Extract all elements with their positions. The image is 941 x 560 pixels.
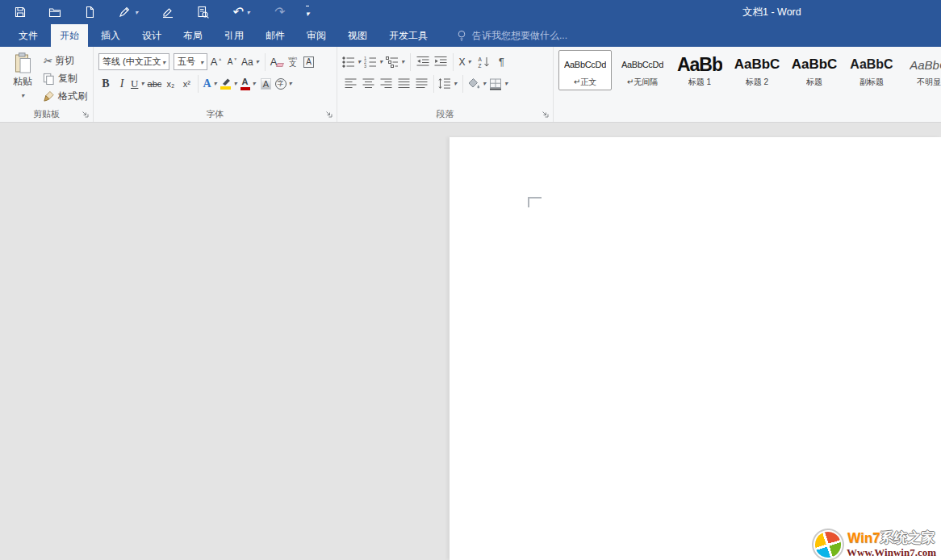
- tell-me-box[interactable]: 告诉我您想要做什么...: [457, 24, 567, 47]
- tab-home[interactable]: 开始: [51, 24, 88, 47]
- tab-review[interactable]: 审阅: [298, 24, 335, 47]
- style-card-subtle-emphasis[interactable]: AaBbC 不明显: [902, 50, 941, 90]
- marker-icon: [161, 6, 174, 19]
- chevron-down-icon: [399, 56, 406, 68]
- phonetic-char: 文: [289, 61, 296, 68]
- tab-layout[interactable]: 布局: [174, 24, 211, 47]
- superscript-button[interactable]: x²: [179, 75, 194, 92]
- align-left-button[interactable]: [342, 75, 358, 92]
- save-button[interactable]: [14, 6, 27, 19]
- chevron-down-icon: [251, 78, 257, 90]
- sort-icon: AZ: [478, 56, 490, 69]
- tab-design[interactable]: 设计: [133, 24, 170, 47]
- align-center-button[interactable]: [360, 75, 376, 92]
- tab-developer[interactable]: 开发工具: [380, 24, 437, 47]
- paragraph-dialog-launcher[interactable]: [541, 109, 550, 119]
- text-highlight-button[interactable]: [220, 75, 239, 92]
- character-shading-button[interactable]: A: [259, 75, 274, 92]
- tab-insert[interactable]: 插入: [92, 24, 129, 47]
- line-spacing-icon: [438, 77, 451, 90]
- phonetic-guide-button[interactable]: wén 文: [286, 53, 300, 70]
- dialog-launcher-icon: [324, 110, 332, 118]
- enclose-character-glyph: 字: [275, 78, 286, 90]
- text-effects-button[interactable]: A: [203, 75, 218, 92]
- style-name: 不明显: [917, 77, 941, 87]
- asian-layout-button[interactable]: X: [458, 53, 474, 70]
- customize-qat-button[interactable]: [306, 6, 310, 19]
- dialog-launcher-icon: [541, 110, 549, 118]
- redo-button[interactable]: [273, 6, 283, 19]
- show-hide-marks-button[interactable]: [493, 53, 509, 70]
- font-color-button[interactable]: A: [240, 75, 257, 92]
- chevron-down-icon: [133, 6, 140, 18]
- document-page[interactable]: [450, 137, 941, 560]
- distribute-icon: [416, 78, 428, 89]
- style-card-no-spacing[interactable]: AaBbCcDd ↵无间隔: [616, 50, 669, 90]
- tab-references[interactable]: 引用: [215, 24, 253, 47]
- print-preview-button[interactable]: [196, 6, 210, 19]
- shrink-font-button[interactable]: A: [225, 53, 240, 70]
- justify-button[interactable]: [395, 75, 412, 92]
- new-document-button[interactable]: [83, 6, 96, 19]
- change-case-button[interactable]: Aa: [241, 53, 261, 70]
- clipboard-dialog-launcher[interactable]: [81, 109, 90, 119]
- tab-view[interactable]: 视图: [339, 24, 376, 47]
- quick-access-toolbar: [0, 6, 309, 19]
- styles-gallery: AaBbCcDd ↵正文 AaBbCcDd ↵无间隔 AaBb 标题 1 AaB…: [554, 47, 941, 90]
- character-border-button[interactable]: A: [302, 53, 316, 70]
- multilevel-list-icon: [386, 56, 399, 69]
- paste-clipboard-icon: [13, 52, 33, 74]
- clear-formatting-button[interactable]: A: [270, 53, 284, 70]
- chevron-down-icon: [199, 57, 205, 67]
- pen-tool-button[interactable]: [118, 6, 140, 19]
- italic-button[interactable]: I: [115, 75, 129, 92]
- open-button[interactable]: [48, 6, 61, 19]
- sort-button[interactable]: AZ: [475, 53, 491, 70]
- multilevel-list-button[interactable]: [386, 53, 406, 70]
- separator: [410, 53, 411, 71]
- numbering-button[interactable]: 123: [364, 53, 384, 70]
- format-painter-button[interactable]: 格式刷: [43, 90, 87, 103]
- style-card-heading1[interactable]: AaBb 标题 1: [673, 50, 726, 90]
- grow-font-button[interactable]: A: [209, 53, 224, 70]
- subscript-glyph: x₂: [167, 79, 175, 89]
- bullets-button[interactable]: [342, 53, 362, 70]
- watermark-url: Www.Winwin7.com: [847, 546, 936, 558]
- paste-button[interactable]: 粘贴: [5, 51, 40, 107]
- borders-button[interactable]: [489, 75, 509, 92]
- enclose-characters-button[interactable]: 字: [275, 75, 294, 92]
- font-dialog-launcher[interactable]: [324, 109, 334, 119]
- increase-indent-button[interactable]: [433, 53, 449, 70]
- font-color-glyph: A: [242, 77, 249, 86]
- chevron-down-icon: [19, 90, 26, 101]
- bold-button[interactable]: B: [98, 75, 113, 92]
- font-group: 等线 (中文正文) 五号 A A: [94, 47, 337, 122]
- style-preview: AaBbCcDd: [564, 52, 606, 77]
- tab-mailings[interactable]: 邮件: [257, 24, 294, 47]
- underline-button[interactable]: U: [131, 75, 145, 92]
- style-card-heading2[interactable]: AaBbC 标题 2: [730, 50, 784, 90]
- shading-button[interactable]: [467, 75, 487, 92]
- distribute-button[interactable]: [413, 75, 429, 92]
- copy-button[interactable]: 复制: [43, 72, 87, 86]
- decrease-indent-icon: [416, 56, 429, 68]
- down-arrow-icon: [233, 56, 237, 68]
- style-card-normal[interactable]: AaBbCcDd ↵正文: [558, 50, 612, 90]
- subscript-button[interactable]: x₂: [163, 75, 178, 92]
- decrease-indent-button[interactable]: [415, 53, 431, 70]
- tab-file[interactable]: 文件: [10, 24, 47, 47]
- scissors-icon: [43, 56, 52, 67]
- italic-glyph: I: [120, 77, 124, 90]
- ink-marker-button[interactable]: [161, 6, 174, 19]
- chevron-down-icon: [254, 56, 261, 68]
- cut-button[interactable]: 剪切: [43, 54, 87, 68]
- line-spacing-button[interactable]: [438, 75, 458, 92]
- strikethrough-button[interactable]: abc: [147, 75, 161, 92]
- undo-button[interactable]: [232, 6, 251, 19]
- font-size-select[interactable]: 五号: [174, 53, 207, 70]
- style-card-subtitle[interactable]: AaBbC 副标题: [845, 50, 898, 90]
- align-right-button[interactable]: [378, 75, 394, 92]
- font-name-select[interactable]: 等线 (中文正文): [98, 53, 169, 70]
- style-card-title[interactable]: AaBbC 标题: [788, 50, 841, 90]
- numbered-list-icon: 123: [364, 56, 377, 69]
